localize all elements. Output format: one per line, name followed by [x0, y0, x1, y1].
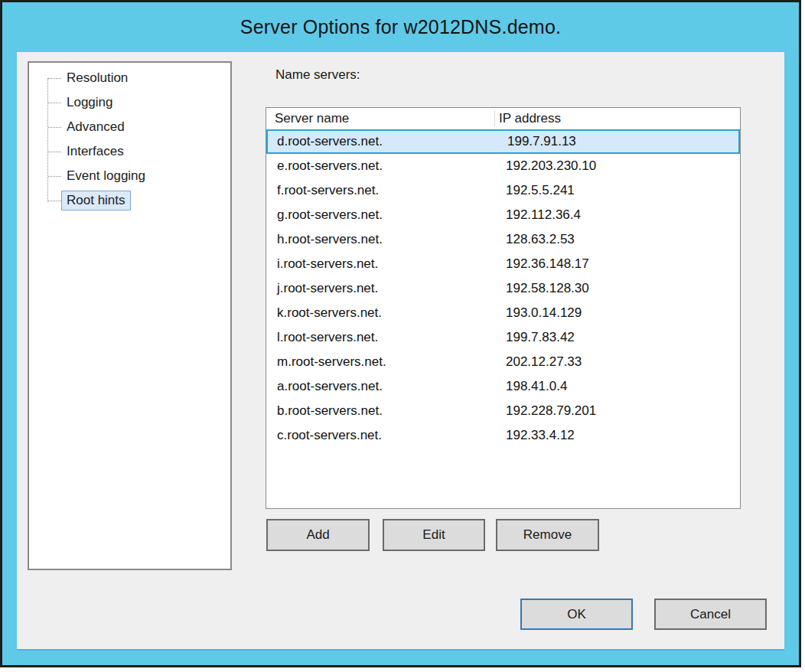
ip-address-cell: 198.41.0.4 — [496, 379, 567, 394]
ip-address-cell: 192.112.36.4 — [496, 207, 581, 223]
remove-button[interactable]: Remove — [496, 519, 599, 551]
server-name-cell: c.root-servers.net. — [266, 428, 496, 443]
tree-item-advanced[interactable]: Advanced — [29, 115, 230, 139]
name-server-row[interactable]: i.root-servers.net.192.36.148.17 — [266, 252, 740, 276]
name-server-row[interactable]: a.root-servers.net.198.41.0.4 — [266, 374, 740, 399]
name-server-row[interactable]: k.root-servers.net.193.0.14.129 — [266, 301, 740, 325]
tree-item-root-hints[interactable]: Root hints — [29, 188, 230, 213]
server-name-cell: i.root-servers.net. — [266, 256, 496, 272]
name-server-row[interactable]: h.root-servers.net.128.63.2.53 — [266, 227, 740, 252]
server-name-cell: f.root-servers.net. — [266, 183, 496, 198]
tree-item-resolution[interactable]: Resolution — [29, 66, 230, 90]
server-name-cell: j.root-servers.net. — [266, 281, 496, 296]
ip-address-cell: 192.36.148.17 — [496, 256, 589, 272]
tree-item-label: Resolution — [61, 68, 133, 88]
ip-address-cell: 202.12.27.33 — [496, 354, 582, 370]
server-name-cell: k.root-servers.net. — [266, 305, 496, 321]
screenshot-stage: Server Options for w2012DNS.demo. Resolu… — [0, 0, 805, 672]
server-name-cell: a.root-servers.net. — [266, 379, 496, 394]
server-name-cell: b.root-servers.net. — [266, 403, 496, 419]
name-servers-list: Server name IP address d.root-servers.ne… — [266, 107, 741, 509]
ip-address-cell: 199.7.91.13 — [497, 134, 576, 149]
server-name-cell: h.root-servers.net. — [266, 232, 496, 247]
ip-address-cell: 192.33.4.12 — [496, 428, 575, 443]
column-header-ip-address[interactable]: IP address — [487, 111, 561, 126]
dialog-content: ResolutionLoggingAdvancedInterfacesEvent… — [17, 52, 784, 649]
name-server-row[interactable]: e.root-servers.net.192.203.230.10 — [266, 154, 740, 178]
tree-connector-line — [48, 103, 61, 103]
add-button[interactable]: Add — [266, 519, 370, 551]
tree-item-label: Interfaces — [61, 142, 129, 161]
dialog-titlebar[interactable]: Server Options for w2012DNS.demo. — [2, 2, 799, 52]
list-rows: d.root-servers.net.199.7.91.13e.root-ser… — [266, 129, 740, 448]
name-server-row[interactable]: j.root-servers.net.192.58.128.30 — [266, 276, 740, 301]
name-server-row[interactable]: g.root-servers.net.192.112.36.4 — [266, 203, 740, 227]
tree-items: ResolutionLoggingAdvancedInterfacesEvent… — [29, 63, 230, 213]
name-server-row[interactable]: b.root-servers.net.192.228.79.201 — [266, 399, 740, 423]
tree-item-label: Event logging — [61, 166, 151, 186]
server-options-dialog: Server Options for w2012DNS.demo. Resolu… — [0, 0, 801, 667]
tree-item-logging[interactable]: Logging — [29, 90, 230, 115]
tree-connector-line — [48, 176, 61, 177]
ip-address-cell: 199.7.83.42 — [496, 330, 575, 345]
ip-address-cell: 128.63.2.53 — [496, 232, 575, 247]
ip-address-cell: 192.5.5.241 — [496, 183, 575, 198]
cancel-button[interactable]: Cancel — [654, 599, 767, 630]
list-header: Server name IP address — [266, 108, 740, 129]
column-resize-handle[interactable] — [494, 110, 495, 127]
name-server-row[interactable]: c.root-servers.net.192.33.4.12 — [266, 423, 740, 448]
ip-address-cell: 192.203.230.10 — [496, 158, 596, 174]
options-tree: ResolutionLoggingAdvancedInterfacesEvent… — [28, 61, 232, 570]
server-name-cell: m.root-servers.net. — [266, 354, 496, 370]
name-server-row[interactable]: f.root-servers.net.192.5.5.241 — [266, 178, 740, 203]
column-header-server-name[interactable]: Server name — [266, 111, 487, 126]
server-name-cell: g.root-servers.net. — [266, 207, 496, 223]
tree-connector-line — [48, 152, 61, 152]
tree-item-interfaces[interactable]: Interfaces — [29, 139, 230, 164]
tree-item-label: Root hints — [61, 191, 131, 210]
server-name-cell: e.root-servers.net. — [266, 158, 496, 174]
edit-button[interactable]: Edit — [383, 519, 485, 551]
name-server-row[interactable]: m.root-servers.net.202.12.27.33 — [266, 350, 740, 374]
ip-address-cell: 192.228.79.201 — [496, 403, 596, 419]
dialog-title: Server Options for w2012DNS.demo. — [240, 16, 561, 38]
tree-connector-line — [48, 201, 61, 201]
ip-address-cell: 192.58.128.30 — [496, 281, 589, 296]
name-server-row[interactable]: l.root-servers.net.199.7.83.42 — [266, 325, 740, 350]
server-name-cell: l.root-servers.net. — [266, 330, 496, 345]
server-name-cell: d.root-servers.net. — [268, 134, 497, 149]
name-server-row[interactable]: d.root-servers.net.199.7.91.13 — [266, 129, 740, 154]
tree-item-label: Logging — [61, 93, 119, 113]
tree-item-label: Advanced — [61, 117, 130, 137]
ok-button[interactable]: OK — [520, 599, 633, 630]
tree-connector-line — [48, 127, 61, 128]
tree-item-event-logging[interactable]: Event logging — [29, 164, 230, 188]
tree-connector-line — [48, 78, 61, 79]
ip-address-cell: 193.0.14.129 — [496, 305, 582, 321]
name-servers-label: Name servers: — [275, 67, 360, 83]
